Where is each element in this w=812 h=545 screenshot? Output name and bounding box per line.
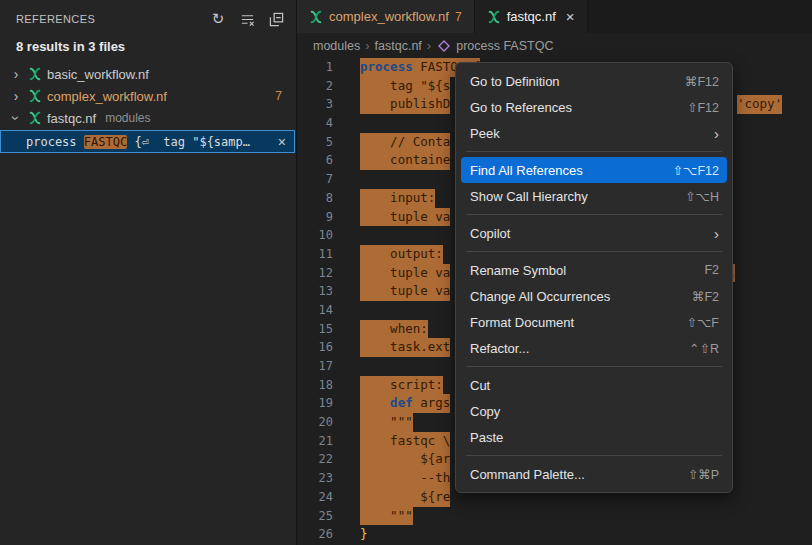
code-line-text <box>333 114 360 133</box>
close-icon[interactable]: × <box>566 8 575 25</box>
references-panel-header: REFERENCES ↻ <box>0 0 296 33</box>
file-name: complex_workflow.nf <box>47 89 167 104</box>
menu-item-label: Command Palette... <box>470 467 668 482</box>
code-line-text: --th <box>333 469 450 488</box>
reference-highlight: tuple va <box>360 264 450 283</box>
line-number: 25 <box>297 507 333 526</box>
breadcrumb-item-process-fastqc[interactable]: process FASTQC <box>456 39 553 53</box>
line-number: 11 <box>297 245 333 264</box>
menu-separator <box>466 251 722 252</box>
reference-result[interactable]: process FASTQC {⏎ tag "${samp…× <box>0 130 295 153</box>
file-row-fastqc-nf[interactable]: ›fastqc.nfmodules <box>0 107 296 129</box>
line-number: 20 <box>297 413 333 432</box>
line-number: 2 <box>297 77 333 96</box>
menu-item-label: Rename Symbol <box>470 263 684 278</box>
menu-item-format-document[interactable]: Format Document⇧⌥F <box>461 309 727 335</box>
reference-highlight: ${ar <box>360 450 450 469</box>
menu-separator <box>466 151 722 152</box>
tab-complex-workflow[interactable]: complex_workflow.nf 7 <box>297 0 475 33</box>
menu-item-change-all-occurrences[interactable]: Change All Occurrences⌘F2 <box>461 283 727 309</box>
breadcrumb-item-modules[interactable]: modules <box>313 39 360 53</box>
code-line-text: tuple va <box>333 264 450 283</box>
reference-highlight: script: <box>360 376 443 395</box>
results-count-badge: 7 <box>275 89 282 103</box>
file-row-complex-workflow-nf[interactable]: ›complex_workflow.nf7 <box>0 85 296 107</box>
line-number: 22 <box>297 450 333 469</box>
reference-highlight: task.ext <box>360 338 450 357</box>
line-number: 10 <box>297 226 333 245</box>
chevron-down-icon[interactable]: › <box>9 111 23 125</box>
reference-highlight: def args <box>360 394 450 413</box>
tab-fastqc[interactable]: fastqc.nf × <box>475 0 588 33</box>
reference-highlight-fragment: 'copy' <box>737 95 782 114</box>
menu-item-rename-symbol[interactable]: Rename SymbolF2 <box>461 257 727 283</box>
file-description: modules <box>105 111 150 125</box>
menu-item-go-to-definition[interactable]: Go to Definition⌘F12 <box>461 68 727 94</box>
code-line: 25 """ <box>297 507 812 526</box>
reference-highlight: containe <box>360 151 450 170</box>
breadcrumb: modules›fastqc.nf›process FASTQC <box>297 33 812 58</box>
menu-item-label: Copilot <box>470 226 714 241</box>
menu-item-label: Change All Occurrences <box>470 289 672 304</box>
nextflow-icon <box>28 89 42 103</box>
line-number: 26 <box>297 525 333 544</box>
code-line-text <box>333 357 360 376</box>
code-line-text: publishD <box>333 95 450 114</box>
line-number: 14 <box>297 301 333 320</box>
line-number: 24 <box>297 488 333 507</box>
menu-item-shortcut: ⌃⇧R <box>689 341 719 356</box>
menu-item-shortcut: ⇧F12 <box>687 100 719 115</box>
menu-item-show-call-hierarchy[interactable]: Show Call Hierarchy⇧⌥H <box>461 183 727 209</box>
menu-item-label: Show Call Hierarchy <box>470 189 665 204</box>
reference-highlight: --th <box>360 469 450 488</box>
code-line: 26} <box>297 525 812 544</box>
menu-item-label: Refactor... <box>470 341 669 356</box>
chevron-right-icon[interactable]: › <box>9 67 23 81</box>
menu-item-shortcut: ⇧⌘P <box>688 467 719 482</box>
menu-item-copilot[interactable]: Copilot› <box>461 220 727 246</box>
menu-item-copy[interactable]: Copy <box>461 398 727 424</box>
reference-highlight: """ <box>360 507 413 526</box>
menu-item-shortcut: ⇧⌥F <box>686 315 719 330</box>
line-number: 23 <box>297 469 333 488</box>
code-line-text <box>333 226 360 245</box>
tab-label: fastqc.nf <box>507 9 556 24</box>
line-number: 4 <box>297 114 333 133</box>
menu-separator <box>466 455 722 456</box>
code-line-text: } <box>333 525 368 544</box>
menu-item-paste[interactable]: Paste <box>461 424 727 450</box>
file-name: fastqc.nf <box>47 111 96 126</box>
menu-item-shortcut: ⌘F12 <box>685 74 719 89</box>
code-line-text: task.ext <box>333 338 450 357</box>
clear-all-icon[interactable] <box>237 9 257 29</box>
line-number: 12 <box>297 264 333 283</box>
file-row-basic-workflow-nf[interactable]: ›basic_workflow.nf <box>0 63 296 85</box>
line-number: 6 <box>297 151 333 170</box>
menu-item-label: Peek <box>470 126 714 141</box>
line-number: 19 <box>297 394 333 413</box>
panel-toolbar: ↻ <box>208 9 286 29</box>
code-line-text: """ <box>333 507 413 526</box>
refresh-icon[interactable]: ↻ <box>208 9 228 29</box>
line-number: 9 <box>297 208 333 227</box>
code-line-text: tuple va <box>333 208 450 227</box>
line-number: 18 <box>297 376 333 395</box>
menu-item-command-palette[interactable]: Command Palette...⇧⌘P <box>461 461 727 487</box>
reference-result-text: process FASTQC {⏎ tag "${samp… <box>26 135 278 149</box>
reference-highlight: input: <box>360 189 435 208</box>
menu-item-refactor[interactable]: Refactor...⌃⇧R <box>461 335 727 361</box>
menu-item-shortcut: ⌘F2 <box>692 289 719 304</box>
submenu-arrow-icon: › <box>714 125 719 142</box>
menu-item-peek[interactable]: Peek› <box>461 120 727 146</box>
breadcrumb-item-fastqc-nf[interactable]: fastqc.nf <box>375 39 422 53</box>
collapse-all-icon[interactable] <box>266 9 286 29</box>
menu-item-go-to-references[interactable]: Go to References⇧F12 <box>461 94 727 120</box>
menu-item-label: Find All References <box>470 163 653 178</box>
menu-separator <box>466 366 722 367</box>
menu-item-find-all-references[interactable]: Find All References⇧⌥F12 <box>461 157 727 183</box>
close-icon[interactable]: × <box>278 134 286 150</box>
menu-item-label: Copy <box>470 404 719 419</box>
chevron-right-icon[interactable]: › <box>9 89 23 103</box>
menu-item-cut[interactable]: Cut <box>461 372 727 398</box>
nextflow-icon <box>487 10 501 24</box>
